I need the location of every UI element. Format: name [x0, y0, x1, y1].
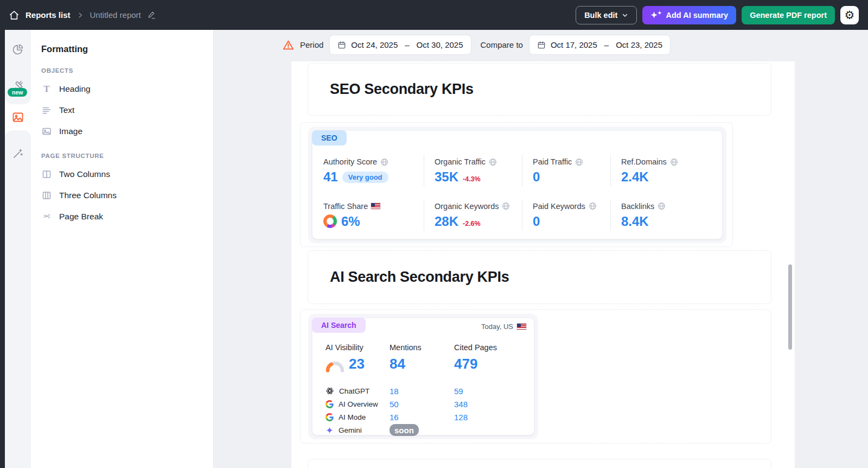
image-icon: [11, 111, 24, 124]
ai-context-label: Today, US: [481, 322, 513, 331]
generate-pdf-button[interactable]: Generate PDF report: [742, 6, 835, 24]
platform-mentions: 50: [390, 400, 399, 409]
rail-item-widgets[interactable]: [5, 37, 31, 61]
metric-value: 6%: [341, 214, 360, 229]
rail-item-media-active[interactable]: [5, 105, 31, 129]
sparkles-icon: ✦✦: [650, 11, 661, 19]
report-title: Untitled report: [90, 10, 141, 20]
sidebar-item-page-break[interactable]: ✂ Page Break: [41, 206, 213, 227]
sidebar-title: Formatting: [41, 44, 213, 54]
compare-end-date: Oct 23, 2025: [616, 40, 662, 49]
bulk-edit-button[interactable]: Bulk edit: [576, 6, 637, 24]
calendar-icon: [337, 41, 346, 49]
sidebar-item-label: Text: [59, 105, 74, 115]
sidebar-item-heading[interactable]: T Heading: [41, 78, 213, 99]
rail-item-ai-tools[interactable]: [5, 141, 31, 165]
left-dark-strip: [0, 30, 5, 468]
metric-label: Mentions: [390, 343, 422, 352]
globe-icon[interactable]: [670, 158, 678, 166]
sidebar-item-text[interactable]: Text: [41, 99, 213, 121]
metric-value: 28K: [435, 214, 458, 229]
globe-icon[interactable]: [589, 202, 597, 210]
metric-value: 8.4K: [621, 214, 649, 229]
formatting-sidebar: Formatting OBJECTS T Heading Text Image …: [31, 30, 214, 468]
metric-value: 2.4K: [621, 169, 649, 185]
metric-label: Authority Score: [323, 157, 377, 166]
metric-label: Paid Keywords: [533, 202, 585, 211]
ai-row-gemini: Gemini soon: [326, 423, 528, 437]
objects-heading: OBJECTS: [41, 67, 213, 74]
tool-rail: new: [5, 30, 31, 468]
sidebar-item-three-columns[interactable]: Three Columns: [41, 185, 213, 206]
ai-metric-cited-pages: Cited Pages 479: [454, 343, 497, 372]
metric-paid-traffic: Paid Traffic 0: [522, 150, 610, 195]
page-structure-heading: PAGE STRUCTURE: [41, 153, 213, 159]
gemini-icon: [326, 426, 334, 434]
platform-name: AI Mode: [339, 413, 366, 421]
settings-button[interactable]: ⚙: [840, 6, 859, 24]
chatgpt-icon: [326, 387, 334, 395]
metric-label: Organic Traffic: [435, 157, 486, 166]
platform-name: AI Overview: [339, 400, 378, 408]
metric-ref-domains: Ref.Domains 2.4K: [610, 150, 722, 195]
next-block-partial[interactable]: [308, 459, 771, 468]
globe-icon[interactable]: [380, 158, 388, 166]
metric-label: Backlinks: [621, 202, 654, 211]
ai-row-ai-mode: AI Mode 16 128: [326, 410, 528, 423]
warning-icon: [283, 40, 294, 50]
image-small-icon: [41, 127, 52, 136]
authority-score-badge: Very good: [342, 172, 388, 183]
compare-start-date: Oct 17, 2025: [551, 40, 597, 49]
scissors-icon: ✂: [41, 211, 52, 222]
metric-value: 479: [454, 356, 477, 372]
platform-name: ChatGPT: [339, 387, 369, 395]
globe-icon[interactable]: [658, 202, 666, 210]
seo-heading-block[interactable]: SEO Secondary KPIs: [308, 63, 771, 116]
period-bar: Period Oct 24, 2025 – Oct 30, 2025 Compa…: [283, 35, 671, 55]
period-date-range[interactable]: Oct 24, 2025 – Oct 30, 2025: [329, 35, 471, 55]
platform-mentions: 18: [390, 387, 399, 396]
sidebar-item-image[interactable]: Image: [41, 121, 213, 142]
pie-chart-icon: [11, 43, 24, 56]
generate-pdf-label: Generate PDF report: [750, 11, 827, 20]
bulk-edit-label: Bulk edit: [584, 11, 617, 20]
gear-icon: ⚙: [845, 9, 855, 21]
ai-heading-block[interactable]: AI Search Secondary KPIs: [308, 250, 771, 304]
soon-badge: soon: [390, 424, 419, 436]
globe-icon[interactable]: [575, 158, 583, 166]
topbar: Reports list Untitled report Bulk edit ✦…: [0, 0, 868, 30]
metric-organic-traffic: Organic Traffic 35K -4.3%: [424, 150, 522, 195]
globe-icon[interactable]: [502, 202, 510, 210]
compare-date-range[interactable]: Oct 17, 2025 – Oct 23, 2025: [529, 35, 671, 55]
seo-metric-grid: Authority Score 41 Very good Organic Tra…: [312, 150, 722, 239]
sidebar-item-label: Heading: [59, 84, 91, 94]
ai-row-ai-overview: AI Overview 50 348: [326, 397, 528, 410]
us-flag-icon: [517, 324, 526, 330]
add-ai-summary-button[interactable]: ✦✦ Add AI summary: [642, 6, 736, 24]
globe-icon[interactable]: [489, 158, 497, 166]
metric-organic-keywords: Organic Keywords 28K -2.6%: [424, 195, 522, 239]
platform-mentions: 16: [390, 413, 399, 422]
seo-widget-block[interactable]: SEO Authority Score 41 Very good Organic…: [300, 122, 733, 247]
home-icon[interactable]: [9, 10, 20, 21]
breadcrumb-reports-list[interactable]: Reports list: [25, 10, 71, 20]
sidebar-item-label: Page Break: [59, 212, 103, 222]
metric-change: -4.3%: [463, 175, 481, 185]
edit-pencil-icon[interactable]: [147, 10, 156, 20]
ai-widget-block[interactable]: AI Search Today, US AI Visibility 23 Men…: [300, 309, 771, 444]
new-badge: new: [8, 88, 27, 97]
sidebar-item-two-columns[interactable]: Two Columns: [41, 163, 213, 185]
magic-wand-icon: [12, 147, 24, 160]
topbar-actions: Bulk edit ✦✦ Add AI summary Generate PDF…: [576, 6, 859, 24]
google-icon: [326, 400, 334, 408]
canvas-scrollbar-thumb[interactable]: [788, 264, 792, 350]
metric-change: -2.6%: [463, 220, 481, 229]
platform-cited: 128: [454, 413, 468, 422]
metric-value: 0: [533, 169, 540, 185]
seo-tab-chip: SEO: [312, 130, 347, 146]
metric-value: 0: [533, 214, 540, 229]
period-label: Period: [300, 40, 323, 49]
ai-platform-rows: ChatGPT 18 59 AI Overview 50 348 AI Mode…: [326, 384, 528, 437]
metric-label: AI Visibility: [326, 343, 365, 352]
ai-context: Today, US: [481, 322, 526, 331]
